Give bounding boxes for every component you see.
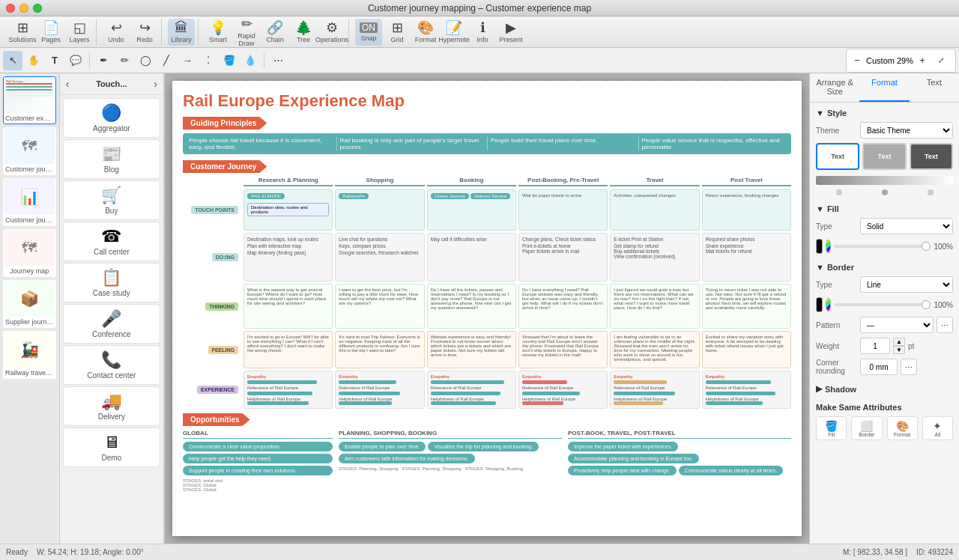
rapid-draw-button[interactable]: ✏ Rapid Draw	[233, 19, 260, 46]
paint-tool[interactable]: 🪣	[220, 51, 239, 70]
theme-select[interactable]: Basic Theme	[860, 122, 953, 139]
fit-button[interactable]: ⤢	[931, 51, 951, 70]
weight-down-button[interactable]: ▼	[893, 346, 905, 354]
make-same-fill-button[interactable]: 🪣 Fill	[816, 416, 847, 440]
grid-label: Grid	[390, 36, 403, 43]
touchpoint-research: RAIL EUROPE Destination sites, routes an…	[243, 189, 333, 231]
fill-color-swatch[interactable]	[816, 239, 823, 254]
grid-button[interactable]: ⊞ Grid	[384, 19, 411, 46]
feeling-booking: Website experience is easy and friendly!…	[427, 331, 516, 368]
window-controls[interactable]	[6, 4, 42, 13]
lib-item-delivery[interactable]: 🚚 Delivery	[63, 386, 160, 426]
lib-item-demo[interactable]: 🖥 Demo	[63, 427, 160, 467]
border-pattern-select[interactable]: — --- ···	[860, 317, 934, 333]
lib-item-blog[interactable]: 📰 Blog	[63, 139, 160, 179]
fill-opacity-slider[interactable]	[834, 245, 931, 248]
layers-button[interactable]: ◱ Layers	[66, 19, 93, 46]
close-button[interactable]	[6, 4, 15, 13]
border-section-header[interactable]: ▼ Border	[816, 263, 953, 272]
lib-item-contact-center[interactable]: 📞 Contact center	[63, 345, 160, 385]
border-color-wheel[interactable]	[826, 298, 832, 311]
operations-button[interactable]: ⚙ Operations	[318, 19, 345, 46]
theme-btn-mid[interactable]: Text	[862, 143, 906, 170]
doing-label-cell: DO:ING	[183, 233, 241, 281]
lib-item-call-center[interactable]: ☎ Call center	[63, 222, 160, 261]
tab-arrange-size[interactable]: Arrange & Size	[810, 73, 859, 102]
border-opacity-slider[interactable]	[834, 303, 931, 306]
corner-more-button[interactable]: ⋯	[901, 359, 917, 375]
shape-tool[interactable]: ◯	[136, 51, 155, 70]
stage-headers-row: Research & Planning Shopping Booking Pos…	[183, 177, 791, 186]
hand-tool[interactable]: ✋	[24, 51, 43, 70]
thumb-railway[interactable]: 🚂 Railway travel CJ...	[3, 331, 56, 379]
minimize-button[interactable]	[19, 4, 28, 13]
text-tool[interactable]: T	[45, 51, 64, 70]
zoom-in-button[interactable]: +	[916, 55, 928, 67]
pencil-tool[interactable]: ✏	[115, 51, 134, 70]
fill-color-row: 100%	[816, 239, 953, 254]
style-section-header[interactable]: ▼ Style	[816, 109, 953, 118]
thumb-journey-map[interactable]: 🗺 Journey map	[3, 229, 56, 277]
thumbnail-list[interactable]: Rail Europe... Customer experi... 🗺	[0, 73, 60, 544]
tab-text[interactable]: Text	[910, 73, 959, 102]
line-tool[interactable]: ╱	[157, 51, 176, 70]
theme-options: Text Text Text	[816, 143, 953, 170]
title-bar: Customer journey mapping – Customer expe…	[0, 0, 959, 16]
fill-label: Fill	[827, 204, 839, 213]
chain-button[interactable]: 🔗 Chain	[261, 19, 288, 46]
border-color-swatch[interactable]	[816, 297, 823, 312]
make-same-format-button[interactable]: 🎨 Format	[887, 416, 918, 440]
fill-color-wheel[interactable]	[826, 240, 832, 253]
note-tool[interactable]: 💬	[66, 51, 85, 70]
thumb-customer-journey[interactable]: 🗺 Customer journey map	[3, 127, 56, 175]
shadow-section-header[interactable]: ▶ Shadow	[816, 384, 953, 394]
border-weight-label: Weight	[816, 342, 857, 350]
window-title: Customer journey mapping – Customer expe…	[368, 3, 591, 13]
lib-item-buy[interactable]: 🛒 Buy	[63, 180, 160, 220]
border-type-select[interactable]: Line	[860, 276, 953, 293]
border-pattern-more[interactable]: ⋯	[937, 317, 953, 333]
library-next-button[interactable]: ›	[151, 76, 160, 91]
info-button[interactable]: ℹ Info	[469, 19, 496, 46]
lib-item-conference[interactable]: 🎤 Conference	[63, 304, 160, 344]
arrow-tool[interactable]: →	[178, 51, 197, 70]
hypernote-button[interactable]: 📝 Hypernote	[441, 19, 468, 46]
border-weight-input[interactable]	[860, 338, 890, 354]
select-tool[interactable]: ↖	[3, 51, 22, 70]
solutions-button[interactable]: ⊞ Solutions	[9, 19, 36, 46]
pen-tool[interactable]: ✒	[94, 51, 113, 70]
theme-btn-light[interactable]: Text	[816, 143, 859, 170]
spray-tool[interactable]: ⁚	[199, 51, 218, 70]
redo-button[interactable]: ↪ Redo	[131, 19, 158, 46]
canvas-background[interactable]: Rail Europe Experience Map Guiding Princ…	[165, 73, 809, 544]
thumb-cj3[interactable]: 📊 Customer journey ...	[3, 178, 56, 226]
format-button[interactable]: 🎨 Format	[412, 19, 439, 46]
corner-rounding-input[interactable]	[860, 359, 898, 375]
weight-up-button[interactable]: ▲	[893, 338, 905, 346]
undo-button[interactable]: ↩ Undo	[103, 19, 130, 46]
pages-button[interactable]: 📄 Pages	[37, 19, 64, 46]
lib-item-aggregator[interactable]: 🔵 Aggregator	[63, 98, 160, 138]
tab-format[interactable]: Format	[859, 73, 909, 102]
fill-section-header[interactable]: ▼ Fill	[816, 204, 953, 213]
tree-button[interactable]: 🌲 Tree	[290, 19, 317, 46]
lib-item-case-study[interactable]: 📋 Case study	[63, 263, 160, 302]
more-tool[interactable]: ⋯	[268, 51, 288, 70]
library-prev-button[interactable]: ‹	[63, 76, 73, 91]
snap-button[interactable]: ON Snap	[355, 19, 382, 46]
diagram-canvas[interactable]: Rail Europe Experience Map Guiding Princ…	[172, 81, 802, 536]
canvas-area[interactable]: Rail Europe Experience Map Guiding Princ…	[165, 73, 809, 544]
theme-btn-dark[interactable]: Text	[910, 143, 953, 170]
eyedropper-tool[interactable]: 💧	[240, 51, 260, 70]
make-same-all-button[interactable]: ✦ All	[922, 416, 953, 440]
customer-journey-label: Customer Journey	[183, 160, 267, 173]
zoom-out-button[interactable]: −	[851, 55, 863, 67]
fill-type-select[interactable]: Solid	[860, 218, 953, 234]
make-same-border-button[interactable]: ⬜ Border	[851, 416, 882, 440]
library-button[interactable]: 🏛 Library	[168, 19, 195, 46]
maximize-button[interactable]	[33, 4, 42, 13]
smart-button[interactable]: 💡 Smart	[205, 19, 232, 46]
thumb-customer-experience[interactable]: Rail Europe... Customer experi...	[3, 76, 56, 124]
present-button[interactable]: ▶ Present	[497, 19, 524, 46]
thumb-supplier[interactable]: 📦 Supplier journey map	[3, 280, 56, 328]
